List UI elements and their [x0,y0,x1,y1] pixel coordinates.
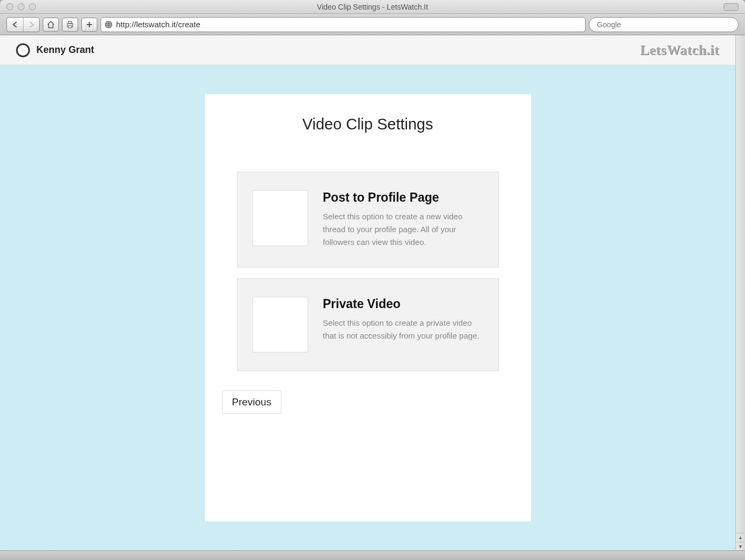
minimize-window-button[interactable] [18,3,25,10]
avatar [16,43,30,57]
option-private-video[interactable]: Private Video Select this option to crea… [237,278,499,371]
address-bar[interactable]: http://letswatch.it/create [101,17,586,32]
window-titlebar: Video Clip Settings - LetsWatch.It [0,0,745,14]
option-title: Post to Profile Page [323,190,483,205]
plus-icon [86,21,93,28]
option-body: Private Video Select this option to crea… [323,297,483,342]
browser-window: Video Clip Settings - LetsWatch.It [0,0,745,560]
back-button[interactable] [7,18,23,32]
options-list: Post to Profile Page Select this option … [222,172,514,371]
option-description: Select this option to create a new video… [323,210,483,249]
home-button[interactable] [43,18,59,32]
actions: Previous [222,390,514,414]
browser-search-input[interactable] [589,17,739,32]
print-icon [66,21,74,28]
scroll-down-button[interactable]: ▼ [736,542,745,550]
url-text: http://letswatch.it/create [116,20,201,29]
window-title: Video Clip Settings - LetsWatch.It [317,3,428,11]
vertical-scrollbar[interactable]: ▲ ▼ [735,35,745,550]
option-thumbnail [252,190,308,246]
add-tab-button[interactable] [81,18,97,32]
page-content: Video Clip Settings Post to Profile Page… [0,65,735,550]
page-header: Kenny Grant LetsWatch.it [0,35,735,65]
option-body: Post to Profile Page Select this option … [323,190,483,249]
page: Kenny Grant LetsWatch.it Video Clip Sett… [0,35,735,550]
option-post-to-profile[interactable]: Post to Profile Page Select this option … [237,172,499,267]
option-description: Select this option to create a private v… [323,317,483,342]
option-thumbnail [252,297,308,352]
home-icon [47,21,55,28]
globe-icon [104,20,113,29]
scroll-up-button[interactable]: ▲ [736,533,745,542]
tab-overview-button[interactable] [724,3,739,11]
back-icon [12,21,18,28]
page-title: Video Clip Settings [222,116,514,133]
option-title: Private Video [323,297,483,311]
print-button[interactable] [62,18,78,32]
maximize-window-button[interactable] [29,3,36,10]
site-logo[interactable]: LetsWatch.it [640,42,719,58]
browser-toolbar: http://letswatch.it/create [0,14,745,35]
statusbar [0,550,745,560]
username: Kenny Grant [36,44,94,56]
traffic-lights [6,3,36,10]
settings-card: Video Clip Settings Post to Profile Page… [205,94,531,521]
close-window-button[interactable] [6,3,13,10]
user-area[interactable]: Kenny Grant [16,43,94,57]
forward-icon [29,21,34,28]
scroll-arrows: ▲ ▼ [736,533,745,550]
svg-rect-2 [68,26,72,28]
viewport: Kenny Grant LetsWatch.it Video Clip Sett… [0,35,745,550]
forward-button[interactable] [23,18,39,32]
nav-button-group [6,17,40,32]
svg-rect-1 [68,21,72,24]
previous-button[interactable]: Previous [222,390,282,414]
